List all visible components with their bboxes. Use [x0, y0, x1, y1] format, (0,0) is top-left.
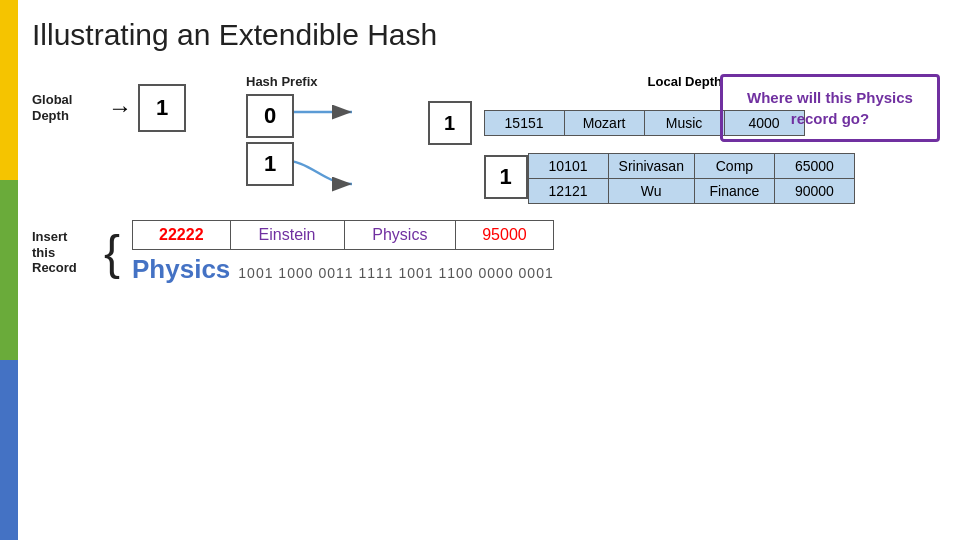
- insert-section: Insert this Record { 22222 Einstein Phys…: [32, 220, 940, 285]
- top-row: Global Depth → 1 Hash Prefix 0 1 Local: [32, 74, 940, 204]
- left-color-bars: [0, 0, 18, 540]
- bar-blue: [0, 360, 18, 540]
- cell-dept: Music: [644, 111, 724, 136]
- cell-name: Srinivasan: [608, 154, 694, 179]
- prefix-box-1: 1: [246, 142, 294, 186]
- bar-yellow: [0, 0, 18, 180]
- cell-id: 15151: [484, 111, 564, 136]
- cell-salary: 90000: [774, 179, 854, 204]
- cell-id: 10101: [528, 154, 608, 179]
- cell-dept: Comp: [694, 154, 774, 179]
- cell-id: 12121: [528, 179, 608, 204]
- bucket-1-table: 10101 Srinivasan Comp 65000 12121 Wu Fin…: [528, 153, 855, 204]
- cell-dept: Finance: [694, 179, 774, 204]
- callout-line2: record go?: [791, 110, 869, 127]
- callout-line1: Where will this Physics: [747, 89, 913, 106]
- insert-record-table: 22222 Einstein Physics 95000: [132, 220, 554, 250]
- insert-dept: Physics: [344, 221, 456, 250]
- insert-name: Einstein: [230, 221, 344, 250]
- page-title: Illustrating an Extendible Hash: [32, 18, 940, 52]
- hash-prefix-section: Hash Prefix 0 1: [246, 74, 318, 186]
- prefix-box-0: 0: [246, 94, 294, 138]
- local-depth-label: Local Depth: [648, 74, 722, 89]
- bucket-0-ld: 1: [428, 101, 472, 145]
- insert-label: Insert this Record: [32, 229, 92, 276]
- insert-record-row: 22222 Einstein Physics 95000: [133, 221, 554, 250]
- cell-name: Mozart: [564, 111, 644, 136]
- bucket-1-row: 10101 Srinivasan Comp 65000 12121 Wu Fin…: [478, 153, 855, 204]
- table-row: 10101 Srinivasan Comp 65000: [528, 154, 854, 179]
- brace-icon: {: [104, 229, 120, 277]
- physics-large-label: Physics: [132, 254, 230, 285]
- global-depth-label: Global Depth: [32, 92, 102, 123]
- global-depth-box: 1: [138, 84, 186, 132]
- insert-id: 22222: [133, 221, 231, 250]
- cell-name: Wu: [608, 179, 694, 204]
- binary-string: 1001 1000 0011 1111 1001 1100 0000 0001: [238, 265, 553, 281]
- insert-salary: 95000: [456, 221, 554, 250]
- prefix-boxes: 0 1: [246, 94, 318, 186]
- hash-prefix-label: Hash Prefix: [246, 74, 318, 89]
- cell-salary: 65000: [774, 154, 854, 179]
- table-row: 12121 Wu Finance 90000: [528, 179, 854, 204]
- callout-box: Where will this Physics record go?: [720, 74, 940, 142]
- bar-green: [0, 180, 18, 360]
